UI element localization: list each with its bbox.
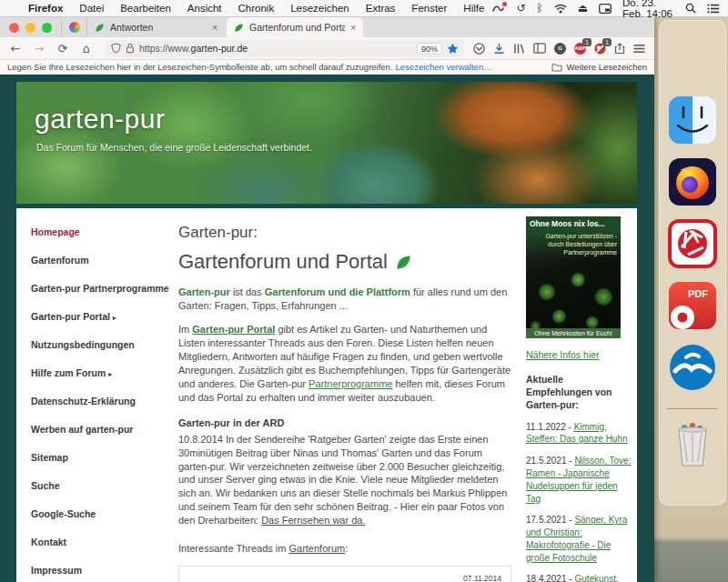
lock-icon[interactable] bbox=[126, 43, 135, 54]
recommendations-heading: Aktuelle Empfehlungen von Garten-pur: bbox=[526, 373, 632, 412]
pinned-tab[interactable] bbox=[61, 17, 86, 37]
menu-lesezeichen[interactable]: Lesezeichen bbox=[282, 3, 358, 14]
nav-kontakt[interactable]: Kontakt bbox=[31, 537, 160, 547]
forward-button[interactable]: → bbox=[29, 42, 49, 55]
fernsehen-link[interactable]: Das Fernsehen war da. bbox=[261, 515, 365, 526]
tab-close-icon[interactable]: × bbox=[350, 23, 356, 33]
vpn-status-icon[interactable] bbox=[492, 3, 505, 14]
nav-werben[interactable]: Werben auf garten-pur bbox=[31, 424, 160, 435]
home-button[interactable]: ⌂ bbox=[76, 42, 96, 55]
recommendation-item[interactable]: 11.1.2022 - Kimmig, Steffen: Das ganze H… bbox=[526, 421, 632, 447]
notification-center-icon[interactable] bbox=[707, 4, 719, 14]
nav-impressum[interactable]: Impressum bbox=[31, 565, 160, 576]
gartenforum-link[interactable]: Gartenforum bbox=[288, 543, 345, 554]
menu-bearbeiten[interactable]: Bearbeiten bbox=[112, 3, 179, 14]
nav-hilfe[interactable]: Hilfe zum Forum ▸ bbox=[31, 367, 160, 378]
hamburger-menu-icon[interactable] bbox=[633, 44, 645, 54]
zoom-window-button[interactable] bbox=[42, 23, 52, 33]
site-navigation: Homepage Gartenforum Garten-pur Partnerp… bbox=[16, 208, 160, 582]
zoom-level-indicator[interactable]: 90% bbox=[417, 43, 442, 55]
portal-link[interactable]: Garten-pur Portal bbox=[192, 324, 275, 335]
nav-sitemap[interactable]: Sitemap bbox=[31, 452, 160, 463]
menubar-clock[interactable]: Do. 23. Feb. 14:06 bbox=[622, 0, 674, 19]
menu-fenster[interactable]: Fenster bbox=[403, 3, 455, 14]
nav-gartenforum[interactable]: Gartenforum bbox=[31, 255, 160, 266]
main-content: Garten-pur: Gartenforum und Portal Garte… bbox=[160, 208, 524, 582]
url-bar[interactable]: https://www.garten-pur.de 90% bbox=[106, 40, 464, 57]
dock: PDF bbox=[659, 20, 726, 506]
nav-datenschutz[interactable]: Datenschutz-Erklärung bbox=[31, 396, 160, 406]
library-icon[interactable] bbox=[513, 43, 525, 55]
ghostery-icon[interactable]: G bbox=[554, 43, 566, 55]
share-page-icon[interactable] bbox=[614, 43, 625, 55]
back-button[interactable]: ← bbox=[5, 42, 25, 55]
dock-pdf-app-icon[interactable]: PDF bbox=[668, 281, 717, 330]
nav-suche[interactable]: Suche bbox=[31, 480, 160, 491]
partnerprogramme-link[interactable]: Partnerprogramme bbox=[308, 378, 392, 389]
close-window-button[interactable] bbox=[9, 23, 19, 33]
tab-title: Gartenforum und Portal - von G bbox=[249, 22, 345, 33]
url-text[interactable]: https://www.garten-pur.de bbox=[139, 43, 412, 54]
recommendation-item[interactable]: 18.4.2021 - Gutekunst, Valentin: Der Sta… bbox=[526, 573, 632, 582]
recommendation-item[interactable]: 17.5.2021 - Sänger, Kyra und Christian: … bbox=[526, 514, 632, 564]
ard-paragraph: 10.8.2014 In der Sendereihe 'Ratgeber Ga… bbox=[178, 433, 511, 528]
gartenpur-link[interactable]: Garten-pur bbox=[178, 286, 230, 297]
downloads-icon[interactable] bbox=[493, 43, 505, 55]
plattform-link[interactable]: Gartenforum und die Plattform bbox=[265, 286, 410, 297]
more-bookmarks-button[interactable]: Weitere Lesezeichen bbox=[551, 62, 647, 72]
dock-firefox-icon[interactable] bbox=[668, 157, 717, 206]
time-machine-icon[interactable]: ↺ bbox=[516, 2, 525, 15]
reload-button[interactable]: ⟳ bbox=[53, 42, 73, 55]
dock-finder-icon[interactable] bbox=[668, 95, 717, 145]
partner-banner[interactable]: Ohne Moos nix los... Garten-pur unterstü… bbox=[526, 216, 621, 338]
menu-ansicht[interactable]: Ansicht bbox=[179, 3, 230, 14]
nav-partnerprogramme[interactable]: Garten-pur Partnerprogramme bbox=[31, 283, 160, 294]
wifi-icon[interactable] bbox=[554, 4, 567, 14]
tab-antworten[interactable]: Antworten × bbox=[86, 17, 225, 37]
portal-paragraph: Im Garten-pur Portal gibt es Artikel zu … bbox=[178, 323, 511, 405]
tab-gartenforum[interactable]: Gartenforum und Portal - von G × bbox=[227, 17, 363, 37]
desktop-wallpaper: PDF bbox=[0, 17, 728, 582]
leaf-favicon bbox=[95, 23, 105, 33]
bluetooth-icon[interactable]: ᛒ bbox=[536, 2, 542, 15]
menu-chronik[interactable]: Chronik bbox=[230, 3, 283, 14]
shield-icon[interactable] bbox=[111, 43, 121, 54]
spotlight-search-icon[interactable] bbox=[685, 3, 696, 14]
bookmarks-toolbar: Legen Sie Ihre Lesezeichen hier in der L… bbox=[0, 60, 654, 75]
menu-extras[interactable]: Extras bbox=[358, 3, 404, 14]
nav-google-suche[interactable]: Google-Suche bbox=[31, 508, 160, 519]
menu-datei[interactable]: Datei bbox=[71, 3, 112, 14]
menu-firefox[interactable]: Firefox bbox=[20, 3, 71, 14]
adblock-plus-icon[interactable]: ABP 1 bbox=[574, 43, 586, 55]
sidebar-right: Ohne Moos nix los... Garten-pur unterstü… bbox=[524, 208, 637, 582]
menu-hilfe[interactable]: Hilfe bbox=[455, 3, 492, 14]
leaf-icon bbox=[395, 254, 412, 271]
tab-title: Antworten bbox=[110, 22, 207, 33]
page-title: Garten-pur: bbox=[178, 224, 511, 242]
dock-screenshot-app-icon[interactable] bbox=[668, 219, 717, 268]
recommendation-item[interactable]: 21.5.2021 - Nilsson, Tove: Ramen - Japan… bbox=[526, 455, 632, 505]
thread-card[interactable]: 07.11.2014 Dienstleistungswüste Deutschl… bbox=[178, 566, 511, 582]
nav-portal[interactable]: Garten-pur Portal ▸ bbox=[31, 311, 160, 322]
banner-footer: Ohne Mehrkosten für Euch! bbox=[526, 328, 621, 338]
minimize-window-button[interactable] bbox=[25, 23, 35, 33]
dock-divider bbox=[667, 408, 718, 409]
dock-openoffice-icon[interactable] bbox=[668, 343, 717, 392]
eject-icon[interactable]: ⏏ bbox=[578, 2, 588, 15]
threads-intro: Interessante Threads im Gartenforum: bbox=[178, 542, 511, 556]
nav-nutzungsbedingungen[interactable]: Nutzungsbedingungen bbox=[31, 339, 160, 350]
pocket-icon[interactable] bbox=[473, 43, 485, 55]
dock-trash-icon[interactable] bbox=[668, 420, 717, 469]
display-icon[interactable] bbox=[599, 4, 612, 14]
macos-menubar: Firefox Datei Bearbeiten Ansicht Chronik… bbox=[0, 0, 728, 17]
nav-homepage[interactable]: Homepage bbox=[31, 226, 160, 237]
tab-close-icon[interactable]: × bbox=[212, 23, 217, 33]
sidebar-toggle-icon[interactable] bbox=[533, 43, 546, 54]
bookmark-star-icon[interactable] bbox=[447, 43, 459, 55]
content-area: Homepage Gartenforum Garten-pur Partnerp… bbox=[16, 208, 637, 582]
page-viewport[interactable]: garten-pur Das Forum für Menschen, die e… bbox=[0, 75, 654, 582]
content-blocker-icon[interactable]: 1 bbox=[594, 43, 606, 55]
site-logo-text: garten-pur bbox=[35, 104, 165, 135]
manage-bookmarks-link[interactable]: Lesezeichen verwalten… bbox=[396, 62, 492, 72]
info-link[interactable]: Nähere Infos hier bbox=[526, 349, 632, 360]
